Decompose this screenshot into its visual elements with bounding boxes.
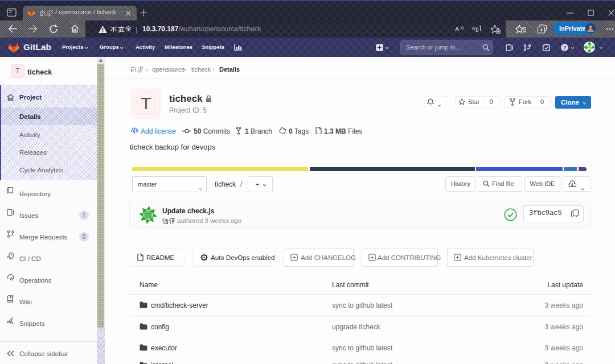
svg-text:b: b (475, 27, 479, 33)
svg-text:a: a (472, 26, 475, 31)
svg-text:A: A (455, 26, 460, 32)
svg-text:?: ? (563, 45, 567, 51)
